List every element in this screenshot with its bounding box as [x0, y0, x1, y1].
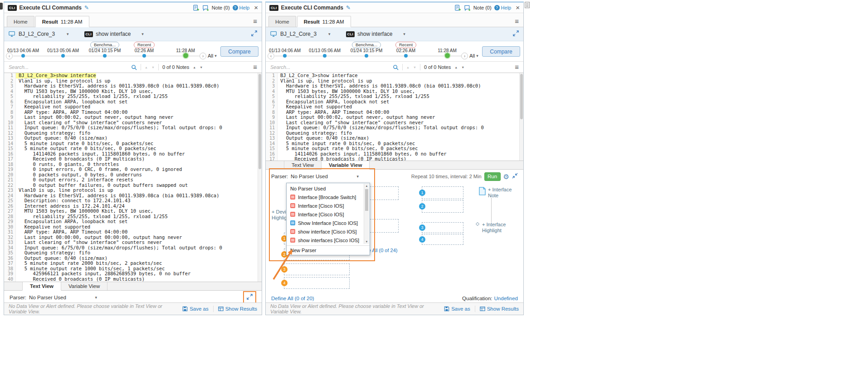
tab-result[interactable]: Result11:28 AM	[35, 16, 89, 27]
compare-button[interactable]: Compare	[482, 46, 520, 57]
timeline-point[interactable]	[323, 54, 327, 58]
compare-button[interactable]: Compare	[220, 46, 258, 57]
variable-box[interactable]: 4	[284, 277, 350, 289]
tab-text-view[interactable]: Text View	[22, 282, 61, 291]
help-button[interactable]: ? Help	[494, 5, 512, 10]
next-note-button[interactable]: ▼	[200, 66, 203, 69]
timeline-point[interactable]	[365, 54, 368, 58]
device-chevron-icon[interactable]: ▾	[328, 32, 331, 36]
timeline-point[interactable]	[142, 54, 146, 58]
command-chevron-icon[interactable]: ▾	[403, 32, 405, 36]
edit-title-icon[interactable]: ✎	[346, 5, 351, 11]
parser-option[interactable]: Show Interface [Cisco IOS]	[287, 219, 363, 227]
show-results-button[interactable]: Show Results	[480, 306, 519, 312]
new-parser-option[interactable]: New Parser	[287, 245, 370, 255]
add-note-icon[interactable]	[464, 5, 471, 11]
parser-option[interactable]: show interfaces [Cisco IOS]	[287, 236, 363, 244]
next-note-button[interactable]: ▼	[461, 66, 464, 69]
interface-highlight-link[interactable]: + Interface Highlight	[475, 222, 508, 234]
search-input[interactable]	[270, 64, 389, 70]
code-scrollbar[interactable]	[258, 73, 262, 282]
scroll-up-icon[interactable]: ▲	[364, 185, 369, 187]
dropdown-scrollbar[interactable]: ▲ ▼	[364, 184, 369, 244]
tab-home[interactable]: Home	[7, 16, 34, 27]
search-icon[interactable]	[393, 64, 399, 70]
timeline-point[interactable]	[61, 54, 65, 58]
timeline-filter[interactable]: All▾	[469, 53, 478, 58]
line-number: 14	[4, 141, 16, 146]
code-scrollbar[interactable]	[519, 73, 523, 161]
parser-option[interactable]: Interface [Cisco IOS]	[287, 210, 363, 219]
scroll-down-icon[interactable]: ▼	[364, 240, 369, 243]
prev-note-button[interactable]: ▲	[193, 66, 196, 69]
tab-variable-view[interactable]: Variable View	[61, 282, 107, 290]
timeline-point[interactable]	[404, 54, 408, 58]
note-count[interactable]: Note (0)	[473, 5, 492, 10]
next-match-button[interactable]: ▼	[151, 66, 155, 69]
scrollbar-thumb[interactable]	[365, 189, 368, 211]
variable-box[interactable]: 3	[284, 263, 350, 275]
next-match-button[interactable]: ▼	[413, 66, 416, 69]
search-icon[interactable]	[131, 64, 137, 70]
parser-select[interactable]: No Parser Used ▾	[29, 295, 97, 300]
command-chevron-icon[interactable]: ▾	[141, 32, 144, 36]
command-selector[interactable]: show interface	[96, 31, 139, 37]
settings-gear-icon[interactable]: ⚙	[503, 173, 509, 180]
show-results-button[interactable]: Show Results	[218, 306, 257, 312]
variable-box[interactable]: 4	[422, 234, 463, 245]
note-count[interactable]: Note (0)	[212, 5, 230, 10]
variable-box[interactable]: 2	[422, 200, 463, 213]
line-text: reliability 255/255, txload 1/255, rxloa…	[16, 94, 168, 99]
prev-match-button[interactable]: ▲	[406, 66, 410, 69]
define-all-left-link[interactable]: Define All (0 of 20)	[271, 296, 314, 301]
timeline-point[interactable]	[445, 53, 450, 58]
edit-title-icon[interactable]: ✎	[84, 5, 89, 11]
parser-option[interactable]: show interface [Cisco IOS]	[287, 227, 363, 236]
timeline-next-button[interactable]: ›	[461, 53, 468, 59]
variable-box[interactable]: 3	[422, 222, 463, 233]
command-selector[interactable]: show interface	[357, 31, 400, 37]
search-input[interactable]	[9, 64, 127, 70]
tab-menu-icon[interactable]: ≡	[253, 18, 257, 24]
tab-home[interactable]: Home	[268, 16, 296, 27]
parser-option[interactable]: Interface [Brocade Switch]	[287, 193, 363, 201]
timeline-filter[interactable]: All▾	[208, 53, 217, 58]
timeline-point[interactable]	[183, 53, 188, 58]
timeline-point[interactable]	[103, 54, 107, 58]
repeat-settings[interactable]: Repeat 10 times, interval: 2 Min	[411, 174, 482, 179]
help-button[interactable]: ? Help	[233, 5, 250, 10]
expand-result-icon[interactable]	[251, 30, 257, 38]
prev-note-button[interactable]: ▲	[454, 66, 458, 69]
tab-menu-icon[interactable]: ≡	[515, 18, 519, 24]
device-selector[interactable]: BJ_L2_Core_3	[19, 31, 64, 37]
save-to-map-icon[interactable]	[454, 5, 461, 11]
parser-option[interactable]: Interface [Cisco IOS]	[287, 201, 363, 210]
add-note-icon[interactable]	[202, 5, 209, 11]
variable-box[interactable]: 1	[422, 186, 463, 199]
qualification-value-link[interactable]: Undefined	[494, 296, 518, 301]
expand-parser-icon[interactable]	[247, 293, 253, 302]
prev-match-button[interactable]: ▲	[145, 66, 148, 69]
timeline-point[interactable]	[21, 54, 25, 58]
search-menu-icon[interactable]: ≡	[515, 64, 519, 70]
close-icon[interactable]: ×	[254, 5, 258, 11]
interface-note-link[interactable]: + Interface Note	[479, 187, 514, 199]
tab-result[interactable]: Result11:28 AM	[297, 16, 351, 27]
timeline-next-button[interactable]: ›	[200, 53, 206, 59]
device-selector[interactable]: BJ_L2_Core_3	[280, 31, 326, 37]
collapse-parser-icon[interactable]	[512, 172, 518, 180]
timeline-point[interactable]	[283, 54, 287, 58]
device-chevron-icon[interactable]: ▾	[67, 32, 69, 36]
line-number: 6	[4, 99, 16, 105]
save-as-button[interactable]: Save as	[182, 306, 209, 312]
parser-select[interactable]: No Parser Used ▾	[291, 174, 359, 179]
close-icon[interactable]: ×	[516, 5, 520, 11]
tab-text-view[interactable]: Text View	[284, 161, 322, 169]
expand-result-icon[interactable]	[513, 30, 519, 38]
tab-variable-view[interactable]: Variable View	[322, 161, 370, 170]
parser-option[interactable]: No Parser Used	[287, 184, 363, 193]
save-to-map-icon[interactable]	[193, 5, 200, 11]
run-button[interactable]: Run	[484, 172, 501, 181]
search-menu-icon[interactable]: ≡	[253, 64, 257, 70]
save-as-button[interactable]: Save as	[444, 306, 470, 312]
